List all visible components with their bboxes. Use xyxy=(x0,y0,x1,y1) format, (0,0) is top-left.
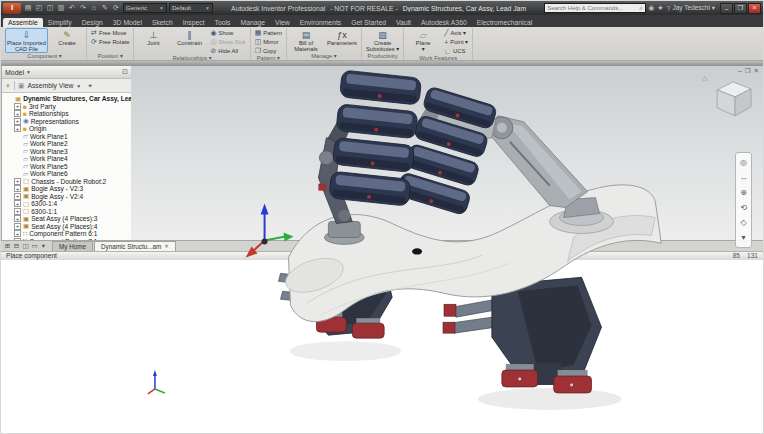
plane-button[interactable]: ▱Plane▾ xyxy=(406,28,440,55)
document-tab-my-home[interactable]: My Home xyxy=(52,241,93,251)
open-icon[interactable]: ◰ xyxy=(34,4,44,12)
ribbon-group-label[interactable]: Productivity xyxy=(364,53,401,60)
navbar-more-icon[interactable]: ▾ xyxy=(741,234,745,242)
model-scene[interactable] xyxy=(131,66,763,410)
ribbon-group-label[interactable]: Component ▾ xyxy=(5,53,84,60)
help-icon[interactable]: ? xyxy=(667,5,671,12)
ribbon-tab-sketch[interactable]: Sketch xyxy=(147,18,178,27)
full-navigation-wheel-icon[interactable]: ◎ xyxy=(740,159,747,167)
ribbon-tab-simplify[interactable]: Simplify xyxy=(43,18,77,27)
view-cube[interactable] xyxy=(717,82,751,116)
material-combo[interactable]: Generic ▼ xyxy=(123,3,167,13)
tree-item-representations[interactable]: +◉Representations xyxy=(4,118,131,126)
create-button[interactable]: ✎Create xyxy=(50,28,84,53)
viewport-3d[interactable]: ⌂ ‒❐✕ ◎↔⊕⟲◇▾ xyxy=(131,66,763,240)
redo-icon[interactable]: ↷ xyxy=(78,4,88,12)
joint-button[interactable]: ⊥Joint xyxy=(136,28,170,55)
save-icon[interactable]: ◫ xyxy=(45,4,55,12)
close-button[interactable]: ✕ xyxy=(748,3,761,14)
search-icon[interactable]: ⌕ xyxy=(639,4,643,12)
tree-expander[interactable]: + xyxy=(14,200,21,207)
ribbon-tab-environments[interactable]: Environments xyxy=(295,18,347,27)
tree-expander[interactable]: + xyxy=(14,193,21,200)
search-input[interactable] xyxy=(547,5,637,11)
tree-expander[interactable]: + xyxy=(14,223,21,230)
pattern-button[interactable]: ▦Pattern xyxy=(253,29,284,37)
ribbon-tab-electromechanical[interactable]: Electromechanical xyxy=(472,18,538,27)
view-mode-select[interactable]: Assembly View xyxy=(27,82,73,89)
sketch-icon[interactable]: ✎ xyxy=(100,4,110,12)
free-move-button[interactable]: ⇄Free Move xyxy=(89,29,131,37)
ribbon-tab-manage[interactable]: Manage xyxy=(235,18,270,27)
tree-expander[interactable]: + xyxy=(14,208,21,215)
mirror-button[interactable]: ◫Mirror xyxy=(253,38,284,46)
tree-expander[interactable]: + xyxy=(14,178,21,185)
signed-in-user[interactable]: Jay Tedeschi ▾ xyxy=(672,4,715,12)
ribbon-tab-tools[interactable]: Tools xyxy=(210,18,236,27)
sign-in-icon[interactable]: ◉ xyxy=(648,4,654,12)
restore-button[interactable]: ❐ xyxy=(734,3,747,14)
window-layout-icon-2[interactable]: ◫ xyxy=(21,241,30,251)
tree-expander[interactable]: + xyxy=(14,125,21,132)
print-icon[interactable]: ▥ xyxy=(56,4,66,12)
browser-header[interactable]: Model ▼ ⊡ xyxy=(2,66,131,79)
help-search[interactable]: ⌕ xyxy=(544,3,646,13)
filter-icon[interactable]: ▼ xyxy=(5,83,11,89)
chevron-down-icon[interactable]: ▼ xyxy=(76,83,81,89)
look-at-icon[interactable]: ◇ xyxy=(740,219,746,227)
pin-panel-icon[interactable]: ⊡ xyxy=(122,68,128,76)
ribbon-tab-inspect[interactable]: Inspect xyxy=(178,18,210,27)
point-button[interactable]: +Point ▾ xyxy=(442,38,470,46)
tree-expander[interactable]: + xyxy=(14,118,21,125)
axis-button[interactable]: ╱Axis ▾ xyxy=(442,29,470,37)
favorites-icon[interactable]: ★ xyxy=(657,4,663,12)
ribbon-tab-assemble[interactable]: Assemble xyxy=(3,18,43,27)
model-left-seat-stack[interactable] xyxy=(329,70,422,206)
ribbon-group-label[interactable]: Manage ▾ xyxy=(289,53,359,60)
tree-item-3rd-party[interactable]: +■3rd Party xyxy=(4,103,131,111)
update-icon[interactable]: ⟳ xyxy=(111,4,121,12)
window-layout-icon-1[interactable]: ⊟ xyxy=(12,241,21,251)
window-layout-icon-0[interactable]: ⊞ xyxy=(3,241,12,251)
zoom-icon[interactable]: ⊕ xyxy=(740,189,747,197)
ribbon-tab-vault[interactable]: Vault xyxy=(391,18,416,27)
doc-restore-icon[interactable]: ❐ xyxy=(745,67,751,75)
ribbon-tab-get-started[interactable]: Get Started xyxy=(346,18,391,27)
tree-expander[interactable]: + xyxy=(14,230,21,237)
pan-icon[interactable]: ↔ xyxy=(740,174,748,182)
doc-close-icon[interactable]: ✕ xyxy=(754,67,759,75)
orbit-icon[interactable]: ⟲ xyxy=(740,204,747,212)
placement-triad[interactable] xyxy=(246,204,294,258)
home-view-icon[interactable]: ⌂ xyxy=(702,74,707,83)
tree-expander[interactable]: + xyxy=(14,215,21,222)
ribbon-tab-design[interactable]: Design xyxy=(77,18,108,27)
window-layout-icon-3[interactable]: ▭ xyxy=(30,241,39,251)
ribbon-group-label[interactable]: Position ▾ xyxy=(89,53,131,60)
constrain-button[interactable]: ∥Constrain xyxy=(172,28,206,55)
free-rotate-button[interactable]: ⟳Free Rotate xyxy=(89,38,131,46)
tree-expander[interactable]: + xyxy=(14,103,21,110)
inventor-logo-button[interactable]: I xyxy=(3,3,21,14)
hide-all-button[interactable]: ⊘Hide All xyxy=(208,47,247,55)
copy-button[interactable]: ❐Copy xyxy=(253,47,284,55)
minimize-button[interactable]: – xyxy=(720,3,733,14)
parameters-button[interactable]: ƒxParameters xyxy=(325,28,359,53)
create-substitutes-button[interactable]: ▧CreateSubstitutes ▾ xyxy=(364,28,401,53)
show-button[interactable]: ◉Show xyxy=(208,29,247,37)
home-icon[interactable]: ⌂ xyxy=(89,4,99,12)
ribbon-tab-autodesk-a360[interactable]: Autodesk A360 xyxy=(416,18,472,27)
tree-expander[interactable]: + xyxy=(14,185,21,192)
undo-icon[interactable]: ↶ xyxy=(67,4,77,12)
doc-minimize-icon[interactable]: ‒ xyxy=(738,67,742,75)
ribbon-tab-3d-model[interactable]: 3D Model xyxy=(108,18,147,27)
new-file-icon[interactable]: ▤ xyxy=(23,4,33,12)
appearance-combo[interactable]: Default ▼ xyxy=(169,3,213,13)
ucs-button[interactable]: ∟UCS xyxy=(442,47,470,55)
ribbon-tab-view[interactable]: View xyxy=(270,18,295,27)
bill-of-materials-button[interactable]: ▤Bill ofMaterials xyxy=(289,28,323,53)
window-layout-icon-4[interactable]: ▾ xyxy=(39,241,48,251)
tree-item-dynamic-structures-car-assy-lead-jam[interactable]: ▣Dynamic Structures, Car Assy, Lead Jam xyxy=(4,95,131,103)
place-imported-cad-file-button[interactable]: ⇩Place ImportedCAD File xyxy=(5,28,48,53)
find-icon[interactable]: ⌖ xyxy=(88,82,92,90)
tree-expander[interactable]: + xyxy=(14,110,21,117)
